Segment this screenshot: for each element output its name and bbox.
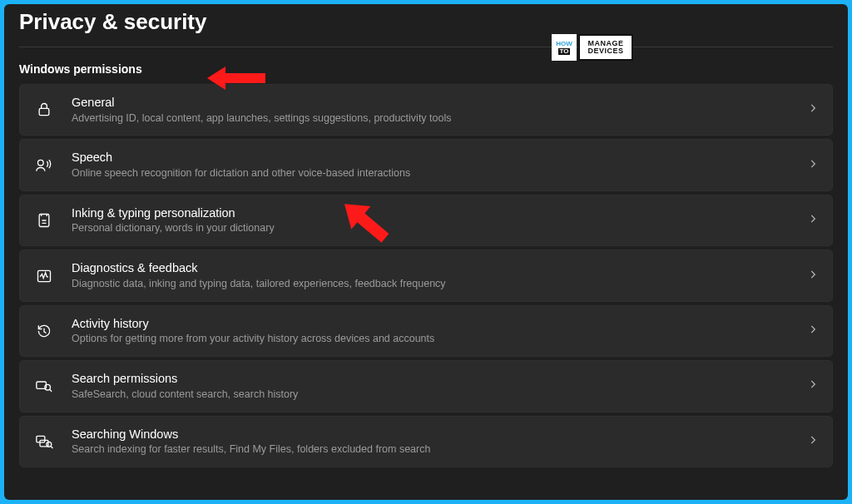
watermark-devices: DEVICES xyxy=(587,47,623,55)
list-item-search-permissions[interactable]: Search permissions SafeSearch, cloud con… xyxy=(19,360,833,412)
list-item-diagnostics[interactable]: Diagnostics & feedback Diagnostic data, … xyxy=(19,250,833,301)
search-permissions-icon xyxy=(33,378,55,394)
chevron-right-icon xyxy=(807,434,819,449)
watermark-to: TO xyxy=(558,48,571,55)
item-subtitle: Advertising ID, local content, app launc… xyxy=(72,111,807,126)
speech-icon xyxy=(33,157,55,174)
item-subtitle: Options for getting more from your activ… xyxy=(72,332,807,346)
chevron-right-icon xyxy=(807,213,819,228)
item-title: Searching Windows xyxy=(72,427,807,443)
svg-rect-6 xyxy=(37,436,45,442)
chevron-right-icon xyxy=(807,269,819,284)
item-subtitle: Personal dictionary, words in your dicti… xyxy=(72,221,807,235)
permissions-list: General Advertising ID, local content, a… xyxy=(19,84,833,467)
searching-windows-icon xyxy=(33,433,55,450)
history-icon xyxy=(33,323,55,339)
item-title: Speech xyxy=(72,150,807,166)
item-text: Searching Windows Search indexing for fa… xyxy=(72,427,807,457)
list-item-inking[interactable]: Inking & typing personalization Personal… xyxy=(19,195,833,246)
item-title: Activity history xyxy=(72,316,807,333)
lock-icon xyxy=(33,101,55,118)
watermark-logo: HOW TO MANAGE DEVICES xyxy=(552,34,633,61)
item-text: Inking & typing personalization Personal… xyxy=(72,205,807,235)
item-text: Diagnostics & feedback Diagnostic data, … xyxy=(72,260,807,290)
item-subtitle: SafeSearch, cloud content search, search… xyxy=(72,388,807,402)
list-item-activity-history[interactable]: Activity history Options for getting mor… xyxy=(19,305,833,357)
svg-point-1 xyxy=(38,160,44,166)
item-text: General Advertising ID, local content, a… xyxy=(72,95,807,125)
item-title: Inking & typing personalization xyxy=(72,205,807,222)
item-subtitle: Search indexing for faster results, Find… xyxy=(72,442,807,457)
watermark-how: HOW xyxy=(556,41,572,47)
list-item-speech[interactable]: Speech Online speech recognition for dic… xyxy=(19,139,833,190)
settings-page: Privacy & security Windows permissions G… xyxy=(4,4,848,500)
list-item-general[interactable]: General Advertising ID, local content, a… xyxy=(19,84,833,136)
section-header: Windows permissions xyxy=(19,62,833,76)
item-title: General xyxy=(72,95,807,111)
item-text: Speech Online speech recognition for dic… xyxy=(72,150,807,180)
chevron-right-icon xyxy=(807,378,819,393)
diagnostics-icon xyxy=(33,268,55,284)
divider xyxy=(19,47,833,47)
list-item-searching-windows[interactable]: Searching Windows Search indexing for fa… xyxy=(19,416,833,467)
chevron-right-icon xyxy=(807,102,819,117)
item-title: Diagnostics & feedback xyxy=(72,260,807,277)
svg-rect-0 xyxy=(39,109,49,116)
item-text: Search permissions SafeSearch, cloud con… xyxy=(72,371,807,401)
inking-icon xyxy=(33,212,55,229)
item-text: Activity history Options for getting mor… xyxy=(72,316,807,346)
page-title: Privacy & security xyxy=(19,9,833,35)
item-subtitle: Diagnostic data, inking and typing data,… xyxy=(72,277,807,291)
chevron-right-icon xyxy=(807,324,819,338)
chevron-right-icon xyxy=(807,158,819,173)
item-title: Search permissions xyxy=(72,371,807,388)
svg-point-8 xyxy=(47,442,52,447)
item-subtitle: Online speech recognition for dictation … xyxy=(72,166,807,180)
